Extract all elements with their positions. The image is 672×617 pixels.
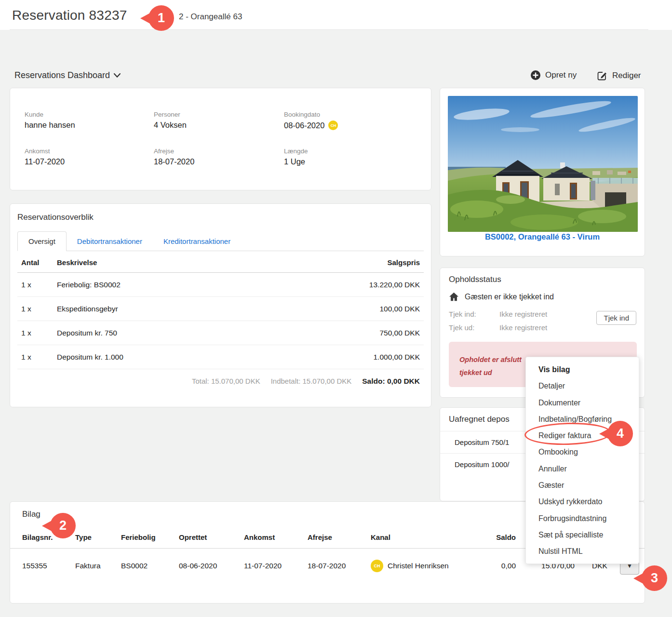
field-afrejse: Afrejse 18-07-2020	[154, 148, 194, 166]
menu-item-forbrugsindtastning[interactable]: Forbrugsindtastning	[526, 510, 639, 527]
dashboard-dropdown-label: Reservations Dashboard	[14, 70, 110, 80]
annotation-callout-4: 4	[599, 421, 633, 446]
overview-table-header: Antal Beskrivelse Salgspris	[17, 251, 424, 272]
field-bookingdato: Bookingdato 08-06-2020 CH	[284, 111, 338, 130]
overview-title: Reservationsoverblik	[17, 213, 424, 222]
plus-circle-icon	[530, 70, 541, 80]
overview-card: Reservationsoverblik Oversigt Debitortra…	[10, 203, 431, 407]
menu-item-gaester[interactable]: Gæster	[526, 477, 639, 494]
create-new-label: Opret ny	[545, 70, 577, 80]
create-new-button[interactable]: Opret ny	[530, 70, 577, 80]
reservation-page: Reservation 83237 2 - Orangeallé 63 Rese…	[0, 0, 672, 617]
page-subtitle: 2 - Orangeallé 63	[179, 12, 242, 22]
check-out-label: Tjek ud:	[449, 323, 499, 332]
table-row: 1 x Feriebolig: BS0002 13.220,00 DKK	[17, 273, 424, 297]
chevron-down-icon	[114, 73, 121, 78]
home-icon	[449, 292, 459, 301]
table-row: 1 x Ekspeditionsgebyr 100,00 DKK	[17, 297, 424, 321]
menu-item-udskyd-rykkerdato[interactable]: Udskyd rykkerdato	[526, 494, 639, 510]
overview-totals: Total: 15.070,00 DKK Indbetalt: 15.070,0…	[17, 369, 424, 386]
field-laengde: Længde 1 Uge	[284, 148, 308, 166]
context-menu: Vis bilag Detaljer Dokumenter Indbetalin…	[525, 357, 639, 564]
property-link[interactable]: BS0002, Orangeallé 63 - Virum	[440, 232, 645, 241]
menu-item-nulstil-html[interactable]: Nulstil HTML	[526, 543, 639, 560]
tab-oversigt[interactable]: Oversigt	[17, 231, 67, 251]
channel-badge-ch: CH	[371, 560, 383, 572]
table-row: 1 x Depositum kr. 750 750,00 DKK	[17, 321, 424, 345]
check-in-button[interactable]: Tjek ind	[596, 311, 636, 325]
header-divider	[10, 29, 648, 30]
paid-amount: Indbetalt: 15.070,00 DKK	[271, 377, 352, 385]
menu-item-saet-paa-specialliste[interactable]: Sæt på specialliste	[526, 527, 639, 543]
field-personer: Personer 4 Voksen	[154, 111, 187, 130]
tab-debitortransaktioner[interactable]: Debitortransaktioner	[67, 232, 153, 251]
menu-item-ombooking[interactable]: Ombooking	[526, 444, 639, 460]
booking-info-card: Kunde hanne hansen Personer 4 Voksen Boo…	[10, 88, 431, 190]
channel-name: Christel Henriksen	[388, 562, 449, 570]
stay-status-title: Opholdsstatus	[449, 275, 636, 284]
table-row: 1 x Depositum kr. 1.000 1.000,00 DKK	[17, 345, 424, 369]
stay-status-text: Gæsten er ikke tjekket ind	[465, 293, 554, 301]
annotation-callout-2: 2	[42, 513, 76, 538]
edit-button[interactable]: Rediger	[596, 70, 641, 81]
stay-status-row: Gæsten er ikke tjekket ind	[449, 292, 636, 301]
user-badge-ch: CH	[328, 121, 338, 130]
annotation-callout-1: 1	[140, 5, 174, 31]
bilag-number: 155355	[22, 562, 75, 570]
menu-item-vis-bilag[interactable]: Vis bilag	[526, 362, 639, 378]
check-in-label: Tjek ind:	[449, 310, 499, 318]
total-amount: Total: 15.070,00 DKK	[192, 377, 260, 385]
edit-pencil-icon	[596, 70, 608, 81]
dashboard-dropdown[interactable]: Reservations Dashboard	[14, 70, 121, 80]
overview-tabs: Oversigt Debitortransaktioner Kreditortr…	[17, 230, 424, 251]
balance-amount: Saldo: 0,00 DKK	[362, 377, 420, 386]
page-title: Reservation 83237	[12, 8, 127, 23]
field-ankomst: Ankomst 11-07-2020	[25, 148, 65, 166]
menu-item-detaljer[interactable]: Detaljer	[526, 378, 639, 394]
tab-kreditortransaktioner[interactable]: Kreditortransaktioner	[153, 232, 241, 251]
check-out-value: Ikke registreret	[499, 323, 547, 332]
property-photo[interactable]	[448, 96, 638, 232]
field-kunde: Kunde hanne hansen	[25, 111, 75, 130]
property-card: BS0002, Orangeallé 63 - Virum	[440, 88, 645, 256]
menu-item-dokumenter[interactable]: Dokumenter	[526, 395, 639, 411]
menu-item-annuller[interactable]: Annuller	[526, 461, 639, 477]
edit-label: Rediger	[612, 71, 641, 80]
check-in-value: Ikke registreret	[499, 310, 547, 318]
annotation-callout-3: 3	[633, 565, 667, 591]
